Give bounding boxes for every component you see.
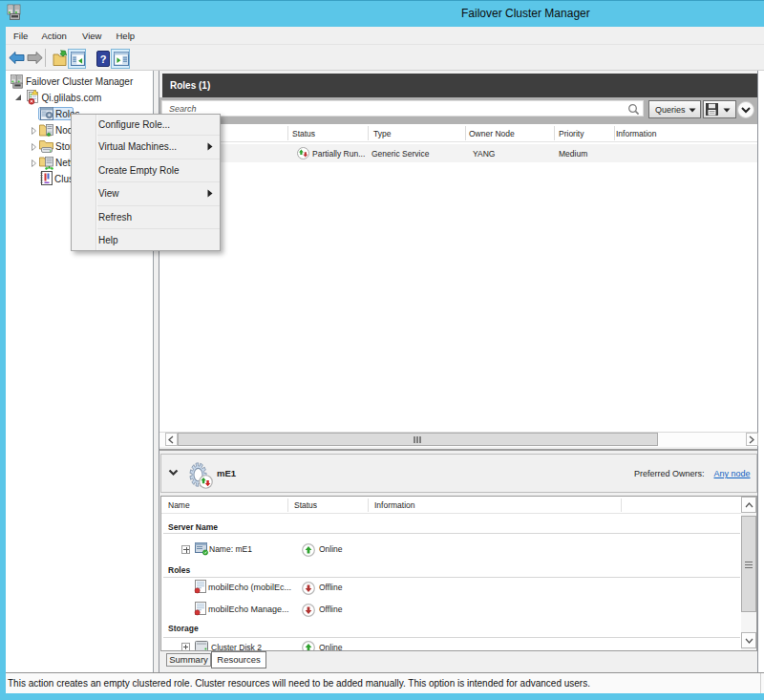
- svg-text:?: ?: [100, 53, 107, 65]
